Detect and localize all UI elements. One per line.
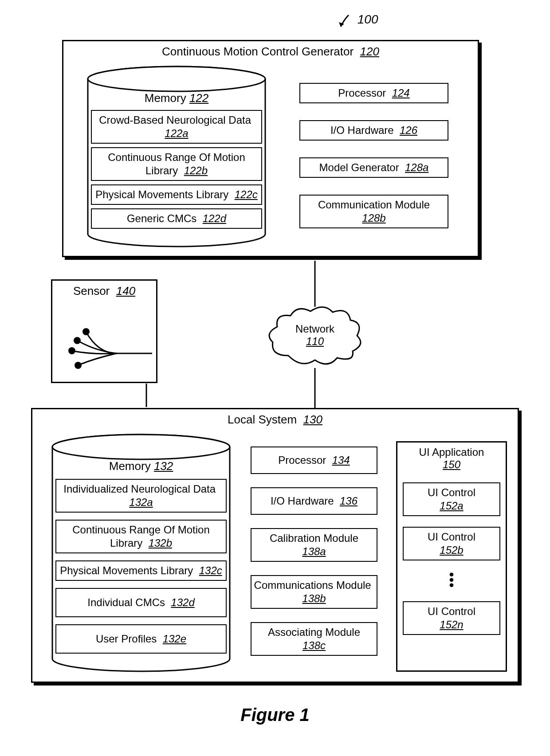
local-range-motion-lib: Continuous Range Of Motion Library 132b [55,520,227,553]
ui-control-152n: UI Control152n [403,601,500,635]
local-phys-movements-lib: Physical Movements Library 132c [55,560,227,581]
communications-module: Communications Module 138b [251,575,377,609]
local-system-title: Local System 130 [32,409,518,427]
individual-cmcs: Individual CMCs 132d [55,588,227,617]
ellipsis-icon: ••• [397,569,506,592]
svg-point-5 [82,328,90,335]
svg-point-10 [52,435,230,459]
associating-module: Associating Module138c [251,622,377,656]
sensor-box: Sensor 140 [51,279,157,383]
calibration-module: Calibration Module138a [251,528,377,562]
network-label: Network110 [266,323,364,348]
user-profiles: User Profiles 132e [55,624,227,654]
io-hardware-136: I/O Hardware 136 [251,487,377,515]
diagram-canvas: 100 Continuous Motion Control Generator … [0,0,550,756]
svg-point-7 [68,347,75,354]
ui-control-152a: UI Control152a [403,482,500,516]
processor-134: Processor 134 [251,447,377,474]
local-system-container: Local System 130 Memory 132 Individualiz… [31,408,519,683]
ui-control-152b: UI Control152b [403,527,500,560]
svg-point-6 [74,337,81,344]
ui-application-title: UI Application150 [397,443,506,471]
sensor-title: Sensor 140 [52,281,156,298]
figure-caption: Figure 1 [0,705,550,725]
svg-point-8 [75,362,82,369]
network-cloud: Network110 [266,302,364,369]
individualized-neuro-data: Individualized Neurological Data 132a [55,479,227,513]
local-memory-cylinder: Memory 132 Individualized Neurological D… [50,434,232,673]
local-memory-title: Memory 132 [50,459,232,473]
sensor-icon [52,298,159,382]
ui-application-container: UI Application150 UI Control152a UI Cont… [396,441,507,672]
